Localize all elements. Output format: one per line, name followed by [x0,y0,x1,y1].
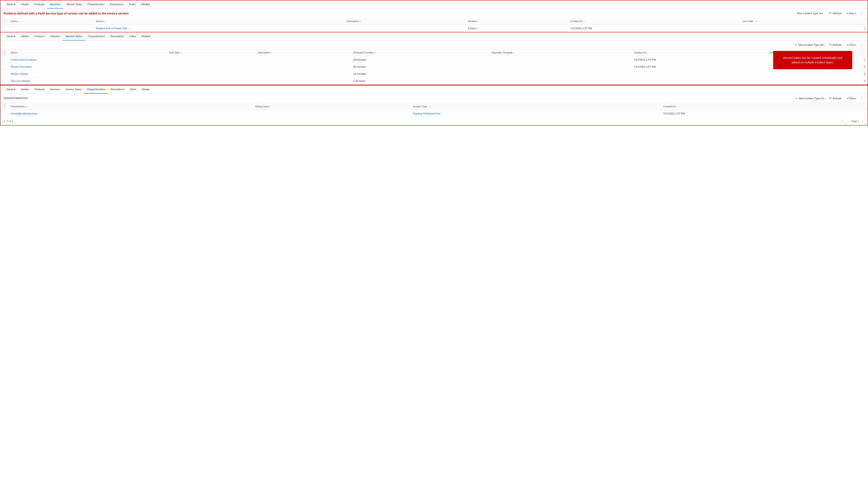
sort-icon-rv: ∨ [269,105,271,108]
col-created-on-2[interactable]: Created On ∨ [631,49,767,56]
row-lo-st-4: 4 [767,77,868,85]
tab-details-1[interactable]: Details [18,0,32,8]
first-page-button[interactable]: ⇤ [841,119,845,123]
col-duration-1[interactable]: Duration ∨ [465,18,568,25]
tab-services-1[interactable]: Services [47,0,63,8]
select-all-checkbox-2[interactable] [0,49,8,56]
col-characteristic[interactable]: Characteristic ∨ [8,103,253,110]
services-nav: General Details Products Services Servic… [0,0,868,9]
tab-products-1[interactable]: Products [32,0,47,8]
tab-products-3[interactable]: Products [32,86,47,94]
col-description-1[interactable]: Description ∨ [344,18,466,25]
tab-service-tasks-2[interactable]: Service Tasks [63,32,85,40]
row-checkbox-st-4[interactable] [0,77,8,85]
row-name-st-2[interactable]: Review Procedure [8,63,166,70]
flow-button-1[interactable]: ⇒ Flow ▾ [845,11,857,15]
row-checkbox-st-3[interactable] [0,70,8,77]
characteristics-nav: General Details Products Services Servic… [0,86,868,94]
service-tasks-panel: General Details Products Services Servic… [0,32,868,85]
row-co-st-3 [631,70,767,77]
tab-resolutions-2[interactable]: Resolutions [107,32,127,40]
characteristics-section-header: CHARACTERISTICS ＋ New Incident Type Ch..… [0,94,868,103]
select-all-checkbox-1[interactable] [0,18,8,25]
meatball-menu-2[interactable]: ⋮ [859,43,864,47]
col-name-1[interactable]: Name ∨ [8,18,94,25]
tab-related-1[interactable]: Related [138,0,153,8]
sort-icon-char: ∨ [26,105,27,108]
col-incident-type[interactable]: Incident Type ↑ ∨ [411,103,661,110]
tab-characteristics-3[interactable]: Characteristics [84,86,108,94]
services-toolbar: New Incident Type Ser... ↻ Refresh ⇒ Flo… [796,11,864,16]
tab-service-tasks-3[interactable]: Service Tasks [63,86,84,94]
next-page-button[interactable]: → [860,119,864,123]
tab-products-2[interactable]: Products [32,32,47,40]
add-new-ch-button[interactable]: ＋ New Incident Type Ch... [795,96,826,100]
row-name-st-3[interactable]: Perform Repair [8,70,166,77]
tab-characteristics-2[interactable]: Characteristics [85,32,107,40]
tab-services-3[interactable]: Services [47,86,63,94]
row-checkbox-1[interactable] [0,25,8,32]
tab-services-2[interactable]: Services [47,32,63,40]
row-ed-st-3: 15 minutes [351,70,489,77]
row-checkbox-st-1[interactable] [0,56,8,63]
meatball-menu-3[interactable]: ⋮ [859,96,864,100]
sort-icon-service-1: ∨ [104,20,106,23]
row-desc-1 [344,25,466,32]
tab-notes-2[interactable]: Notes [127,32,139,40]
row-checkbox-ch-1[interactable] [0,110,8,117]
row-name-st-4[interactable]: Test and Validate [8,77,166,85]
flow-button-3[interactable]: ⇒ Flow ▾ [845,96,857,101]
tab-related-2[interactable]: Related [139,32,153,40]
tab-general-2[interactable]: General [4,32,18,40]
plus-icon-ch: ＋ [795,96,798,100]
services-banner-text: Products defined with a Field Service ty… [4,12,794,15]
col-name-2[interactable]: Name ∨ [8,49,166,56]
col-insp-tmpl-2[interactable]: Inspection Template ∨ [489,49,631,56]
characteristics-section-title: CHARACTERISTICS [4,97,795,100]
tab-resolutions-3[interactable]: Resolutions [108,86,127,94]
tab-resolutions-1[interactable]: Resolutions [107,0,126,8]
tab-details-2[interactable]: Details [18,32,32,40]
col-service-1[interactable]: Service ∨ [94,18,344,25]
row-it-st-1 [489,56,631,63]
col-est-dur-2[interactable]: Estimated Duration ∨ [351,49,489,56]
flow-icon-3: ⇒ [846,97,848,100]
add-new-st-button[interactable]: ＋ New Incident Type Ser... [794,43,826,47]
characteristics-toolbar: ＋ New Incident Type Ch... ↻ Refresh ⇒ Fl… [795,96,864,101]
tab-related-3[interactable]: Relate [139,86,152,94]
row-characteristic-1[interactable]: Assembly Maintenance [8,110,253,117]
page-label: Page 1 [851,120,859,123]
refresh-button-2[interactable]: ↻ Refresh [828,42,843,47]
row-incident-type-1[interactable]: Replace Peripheral Part [411,110,661,117]
tab-notes-3[interactable]: Notes [127,86,139,94]
col-created-on-3[interactable]: Created On ∨ [661,103,868,110]
service-tasks-nav: General Details Products Services Servic… [0,32,868,41]
col-task-type-2[interactable]: Task Type ∨ [166,49,255,56]
row-service-1[interactable]: Replace Arm or Power Unit ... [94,25,344,32]
prev-page-button[interactable]: ← [846,119,850,123]
sort-icon-dur-1: ∨ [477,20,479,23]
new-incident-type-ser-button-1[interactable]: New Incident Type Ser... [796,11,826,15]
tab-notes-1[interactable]: Notes [126,0,138,8]
tab-characteristics-1[interactable]: Characteristics [85,0,107,8]
row-name-st-1[interactable]: Confirm part to replace [8,56,166,63]
col-line-order-1[interactable]: Line Order ↑ ∨ [740,18,868,25]
meatball-menu-1[interactable]: ⋮ [859,11,864,15]
refresh-button-3[interactable]: ↻ Refresh [828,96,843,101]
tab-general-1[interactable]: General [4,0,18,8]
refresh-button-1[interactable]: ↻ Refresh [828,11,843,16]
row-name-1 [8,25,94,32]
col-desc-2[interactable]: Description ∨ [255,49,351,56]
flow-icon-2: ⇒ [846,43,848,46]
row-it-st-4 [489,77,631,85]
tab-service-tasks-1[interactable]: Service Tasks [63,0,85,8]
row-co-ch-1: 7/17/2021 1:57 PM [661,110,868,117]
col-rating-value[interactable]: Rating Value ∨ [253,103,411,110]
sort-icon-ed-2: ∨ [374,52,376,54]
flow-button-2[interactable]: ⇒ Flow ▾ [845,43,857,47]
select-all-checkbox-3[interactable] [0,103,8,110]
row-checkbox-st-2[interactable] [0,63,8,70]
tab-general-3[interactable]: General [4,86,18,94]
tab-details-3[interactable]: Details [18,86,32,94]
col-created-on-1[interactable]: Created On ∨ [568,18,740,25]
